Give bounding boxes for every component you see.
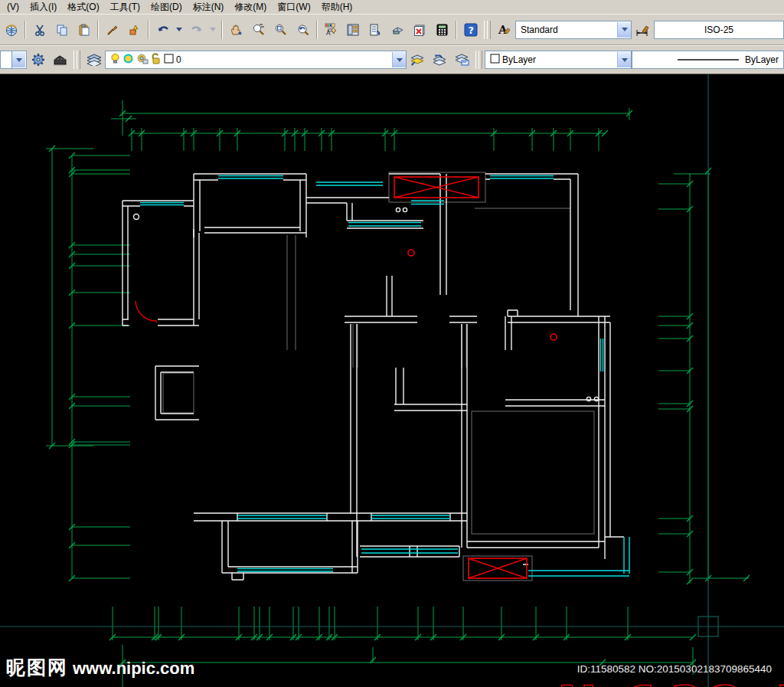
floor-plan-canvas[interactable]: N 132 57 [0,74,784,687]
dimension-ticks [49,110,750,666]
shade-icon[interactable] [136,53,149,67]
standard-toolbar: A ? A Standard IS [0,14,784,45]
secondary-lines [163,172,594,581]
make-object-layer-current-icon[interactable] [407,50,428,70]
windows [140,176,629,577]
color-swatch-icon [490,54,500,66]
layer-previous-icon[interactable] [430,50,450,70]
cut-icon[interactable] [29,19,50,40]
menu-modify[interactable]: 修改(M) [229,0,272,15]
zoom-previous-icon[interactable] [292,19,313,40]
site-watermark-cn: 昵图网 [6,655,68,680]
copy-icon[interactable] [51,19,72,40]
site-watermark-url: www.nipic.com [73,659,194,679]
match-brush-icon[interactable] [102,19,122,40]
menu-insert[interactable]: 插入(I) [24,0,62,15]
svg-text:?: ? [468,25,474,36]
layers-manager-icon[interactable] [83,50,104,70]
menu-bar: (V) 插入(I) 格式(O) 工具(T) 绘图(D) 标注(N) 修改(M) … [0,0,784,14]
svg-text:A: A [326,30,331,36]
text-style-icon[interactable]: A [494,19,514,40]
paste-icon[interactable] [74,19,94,40]
sun-icon[interactable] [122,53,134,67]
color-combo[interactable]: ByLayer [485,51,632,69]
site-watermark: 昵图网 www.nipic.com [6,655,194,680]
drawing-area[interactable]: N 132 57 昵图网 www.nipic.com ID:11580582 N… [0,74,784,687]
linetype-sample-icon [678,58,739,61]
zoom-window-icon[interactable] [270,19,291,40]
layer-color-swatch[interactable] [164,54,174,66]
red-highlights: N 132 57 [136,177,784,687]
text-style-value: Standard [516,25,617,35]
crosshair-cursor [0,74,784,687]
menu-format[interactable]: 格式(O) [62,0,104,15]
redo-icon[interactable] [186,19,207,40]
redo-dropdown-icon[interactable] [208,19,218,40]
dimension-lines [46,100,749,687]
help-icon[interactable]: ? [460,19,481,40]
text-style-combo-arrow[interactable] [617,22,631,38]
svg-text:A: A [498,23,508,36]
current-layer-name: 0 [176,54,181,65]
dim-style-combo[interactable]: ISO-25 [654,21,784,39]
properties-palette-icon[interactable]: A [321,19,341,40]
unlock-icon[interactable] [151,53,162,67]
bulb-icon[interactable] [110,53,120,67]
red-watermark-number: N 132 57 [557,676,784,687]
text-style-combo[interactable]: Standard [515,21,632,39]
menu-help[interactable]: 帮助(H) [316,0,358,15]
quick-calc-icon[interactable] [432,19,452,40]
tool-palettes-icon[interactable] [365,19,386,40]
menu-window[interactable]: 窗口(W) [272,0,315,15]
application-chrome: (V) 插入(I) 格式(O) 工具(T) 绘图(D) 标注(N) 修改(M) … [0,0,784,75]
undo-dropdown-icon[interactable] [175,19,185,40]
designcenter-icon[interactable] [343,19,364,40]
left-combo-stub [0,51,12,69]
linetype-value: ByLayer [745,54,779,65]
color-value: ByLayer [502,54,536,65]
linetype-combo[interactable]: ByLayer [632,51,784,69]
layers-toolbar: 0 ByLayer ByLayer [0,45,784,75]
menu-dimension[interactable]: 标注(N) [188,0,230,15]
undo-icon[interactable] [152,19,173,40]
layer-combo[interactable]: 0 [105,51,407,69]
layer-states-icon[interactable] [452,50,472,70]
menu-view[interactable]: (V) [2,1,24,13]
layer-combo-arrow[interactable] [392,52,406,67]
match-properties-icon[interactable] [124,19,145,40]
zoom-realtime-icon[interactable] [248,19,269,40]
color-combo-arrow[interactable] [617,52,631,67]
menu-tools[interactable]: 工具(T) [105,0,145,15]
layer-walk-icon[interactable] [50,50,70,70]
pan-hand-icon[interactable] [226,19,247,40]
hyperlink-globe-icon[interactable] [1,19,21,40]
dim-style-value: ISO-25 [655,25,783,35]
dim-style-icon[interactable] [632,19,653,40]
menu-draw[interactable]: 绘图(D) [145,0,188,15]
markup-set-manager-icon[interactable] [410,19,430,40]
sheet-set-manager-icon[interactable] [387,19,408,40]
image-id-watermark: ID:11580582 NO:20150302183709865440 [577,663,772,675]
left-combo-arrow[interactable] [12,51,27,69]
gear-icon[interactable] [28,50,48,70]
